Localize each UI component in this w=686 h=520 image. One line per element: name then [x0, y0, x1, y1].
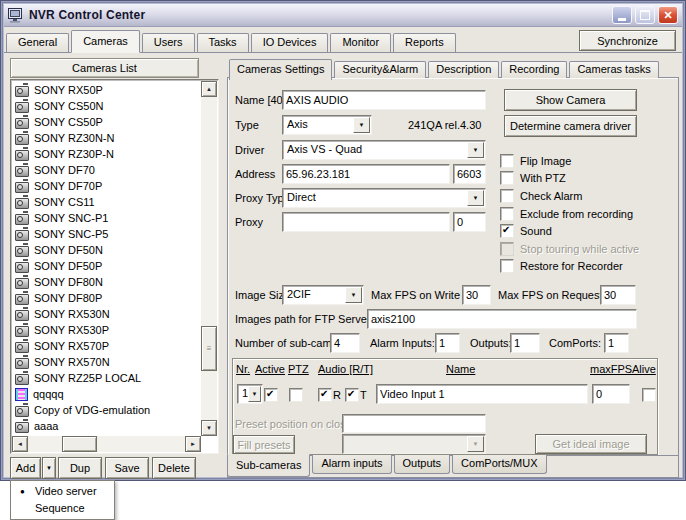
ptz-checkbox[interactable] [289, 388, 303, 402]
camera-list-item[interactable]: SONY RX570P [13, 338, 200, 354]
max-fps-write-field[interactable] [462, 285, 491, 305]
chevron-down-icon[interactable]: ▼ [345, 287, 362, 303]
option-checkbox[interactable] [500, 242, 514, 256]
tab-comports-mux[interactable]: ComPorts/MUX [452, 455, 546, 474]
tab-io-devices[interactable]: IO Devices [251, 33, 329, 52]
camera-list-item[interactable]: SONY SNC-P5 [13, 226, 200, 242]
proxy-type-select[interactable]: Direct ▼ [282, 188, 486, 208]
name-field[interactable] [282, 90, 486, 110]
camera-list-item[interactable]: SONY DF70P [13, 178, 200, 194]
option-checkbox[interactable] [500, 224, 514, 238]
chevron-down-icon[interactable]: ▼ [353, 117, 370, 133]
tab-reports[interactable]: Reports [393, 33, 456, 52]
camera-list-item[interactable]: SONY DF80P [13, 290, 200, 306]
maximize-button[interactable] [635, 6, 655, 24]
camera-list-item[interactable]: SONY RZ25P LOCAL [13, 370, 200, 386]
audio-r-checkbox[interactable] [318, 388, 332, 402]
tab-outputs[interactable]: Outputs [394, 455, 451, 474]
tab-recording[interactable]: Recording [501, 61, 567, 78]
show-camera-button[interactable]: Show Camera [504, 89, 637, 111]
tab-cameras-tasks[interactable]: Cameras tasks [569, 61, 658, 78]
tab-tasks[interactable]: Tasks [197, 33, 249, 52]
address-field[interactable] [282, 164, 450, 184]
preset-position-field[interactable] [342, 414, 486, 433]
add-menu-item[interactable]: Video server [11, 483, 114, 500]
option-checkbox[interactable] [500, 171, 514, 185]
preset-select[interactable]: ▼ [342, 434, 486, 454]
camera-list-item[interactable]: SONY RX570N [13, 354, 200, 370]
close-button[interactable]: ✕ [658, 6, 678, 24]
vertical-scroll-thumb[interactable]: ≡ [201, 326, 217, 371]
tab-cameras[interactable]: Cameras [71, 30, 140, 53]
max-fps-request-field[interactable] [600, 285, 636, 305]
minimize-button[interactable] [612, 6, 632, 24]
image-size-select[interactable]: 2CIF ▼ [282, 285, 364, 305]
option-checkbox[interactable] [500, 154, 514, 168]
scroll-down-icon[interactable]: ▼ [201, 420, 217, 436]
tab-cameras-settings[interactable]: Cameras Settings [229, 59, 332, 80]
tab-alarm-inputs[interactable]: Alarm inputs [312, 455, 391, 474]
camera-list-item[interactable]: SONY DF70 [13, 162, 200, 178]
camera-list-item[interactable]: SONY RX530N [13, 306, 200, 322]
camera-list-item[interactable]: SONY RZ30P-N [13, 146, 200, 162]
add-dropdown-arrow-icon[interactable]: ▼ [42, 457, 56, 479]
alive-checkbox[interactable] [642, 388, 656, 402]
determine-driver-button[interactable]: Determine camera driver [504, 115, 637, 137]
camera-list-item[interactable]: SONY DF50N [13, 242, 200, 258]
chevron-down-icon[interactable]: ▼ [248, 386, 261, 402]
proxy-port-field[interactable] [453, 212, 486, 232]
cameras-listbox[interactable]: SONY RX50P SONY CS50N SONY CS50P [10, 79, 219, 454]
alarm-inputs-field[interactable] [435, 333, 460, 353]
driver-select[interactable]: Axis VS - Quad ▼ [282, 140, 486, 160]
camera-list-item[interactable]: SONY CS50P [13, 114, 200, 130]
horizontal-scroll-thumb[interactable] [62, 436, 97, 452]
option-checkbox[interactable] [500, 207, 514, 221]
add-menu-item[interactable]: Sequence [11, 500, 114, 517]
scroll-up-icon[interactable]: ▲ [201, 81, 217, 97]
camera-list-item[interactable]: aaaa [13, 418, 200, 434]
vertical-scrollbar[interactable]: ▲ ≡ ▼ [201, 81, 217, 436]
tab-sub-cameras[interactable]: Sub-cameras [227, 454, 310, 477]
titlebar[interactable]: NVR Control Center ✕ [4, 4, 682, 27]
camera-list-item[interactable]: SONY RX50P [13, 82, 200, 98]
camera-list-item[interactable]: SONY RZ30N-N [13, 130, 200, 146]
camera-list-item[interactable]: SONY DF80N [13, 274, 200, 290]
outputs-field[interactable] [510, 333, 540, 353]
camera-list-item[interactable]: qqqqq [13, 386, 200, 402]
camera-list-item[interactable]: SONY CS50N [13, 98, 200, 114]
camera-list-item[interactable]: SONY DF50P [13, 258, 200, 274]
audio-t-checkbox[interactable] [345, 388, 359, 402]
scroll-left-icon[interactable]: ◄ [12, 436, 28, 452]
tab-general[interactable]: General [6, 33, 69, 52]
subcam-count-field[interactable] [330, 333, 360, 353]
tab-description[interactable]: Description [428, 61, 499, 78]
save-button[interactable]: Save [105, 457, 149, 479]
comports-field[interactable] [604, 333, 629, 353]
camera-list-item[interactable]: SONY CS11 [13, 194, 200, 210]
camera-list-item[interactable]: SONY SNC-P1 [13, 210, 200, 226]
dup-button[interactable]: Dup [58, 457, 102, 479]
delete-button[interactable]: Delete [152, 457, 196, 479]
type-select[interactable]: Axis ▼ [282, 115, 372, 135]
tab-security-alarm[interactable]: Security&Alarm [334, 61, 426, 78]
subcam-name-field[interactable] [376, 384, 588, 404]
ftp-path-field[interactable] [367, 309, 637, 329]
active-checkbox[interactable] [264, 388, 278, 402]
tab-users[interactable]: Users [142, 33, 195, 52]
camera-list-item[interactable]: Copy of VDG-emulation [13, 402, 200, 418]
chevron-down-icon[interactable]: ▼ [467, 142, 484, 158]
get-ideal-image-button[interactable]: Get ideal image [535, 434, 647, 454]
camera-list-item[interactable]: SONY RX530P [13, 322, 200, 338]
add-button[interactable]: Add [10, 457, 41, 479]
subcam-nr-select[interactable]: 1 ▼ [237, 384, 263, 404]
chevron-down-icon[interactable]: ▼ [467, 190, 484, 206]
option-checkbox[interactable] [500, 259, 514, 273]
option-checkbox[interactable] [500, 189, 514, 203]
horizontal-scrollbar[interactable]: ◄ ► [12, 436, 201, 452]
proxy-field[interactable] [282, 212, 450, 232]
tab-monitor[interactable]: Monitor [330, 33, 391, 52]
scroll-right-icon[interactable]: ► [185, 436, 201, 452]
port-field[interactable] [453, 164, 486, 184]
fill-presets-button[interactable]: Fill presets [233, 435, 295, 454]
subcam-maxfps-field[interactable] [592, 384, 630, 404]
